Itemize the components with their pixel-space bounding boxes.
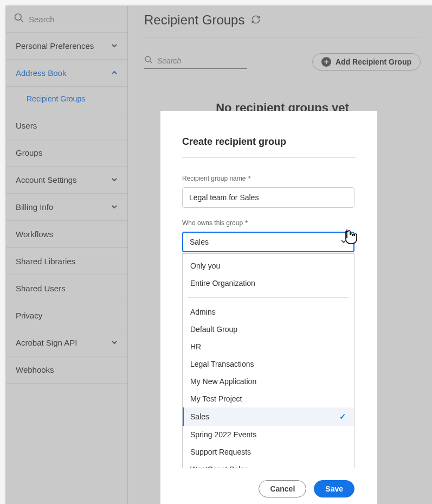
sidebar-item-shared-users[interactable]: Shared Users	[6, 275, 127, 302]
dropdown-option-spring-2022-events[interactable]: Spring 2022 Events	[183, 426, 354, 443]
sidebar-search[interactable]: Search	[6, 6, 127, 33]
required-asterisk: *	[245, 219, 248, 227]
chevron-down-icon	[111, 338, 118, 347]
sidebar-item-webhooks[interactable]: Webhooks	[6, 356, 127, 384]
sidebar-item-workflows[interactable]: Workflows	[6, 221, 127, 248]
owner-field-label: Who owns this group*	[182, 219, 356, 227]
required-asterisk: *	[248, 174, 250, 183]
page-title: Recipient Groups	[144, 12, 244, 28]
save-button[interactable]: Save	[314, 480, 354, 497]
sidebar-item-personal-preferences[interactable]: Personal Preferences	[6, 33, 127, 60]
sidebar-item-users[interactable]: Users	[6, 112, 127, 139]
sidebar-item-account-settings[interactable]: Account Settings	[6, 167, 127, 194]
chevron-up-icon	[111, 68, 118, 78]
modal-title: Create recipient group	[182, 136, 356, 158]
page-header: Recipient Groups	[144, 6, 421, 38]
svg-line-1	[21, 20, 23, 22]
owner-dropdown: Only you Entire Organization AdminsDefau…	[182, 253, 354, 468]
search-icon	[14, 12, 24, 25]
dropdown-separator	[188, 297, 349, 298]
dropdown-option-sales[interactable]: Sales✓	[183, 407, 354, 426]
cancel-button[interactable]: Cancel	[259, 480, 306, 497]
recipient-group-name-input[interactable]	[182, 187, 354, 208]
dropdown-option-default-group[interactable]: Default Group	[183, 321, 354, 338]
name-field-label: Recipient group name*	[182, 174, 356, 183]
dropdown-option-entire-organization[interactable]: Entire Organization	[183, 275, 354, 292]
search-icon	[144, 55, 153, 66]
chevron-down-icon	[111, 175, 118, 184]
chevron-down-icon	[340, 238, 347, 246]
owner-select[interactable]: Sales	[182, 232, 354, 252]
sidebar-subitem-recipient-groups[interactable]: Recipient Groups	[6, 87, 127, 112]
add-recipient-group-button[interactable]: + Add Recipient Group	[312, 53, 421, 71]
check-icon: ✓	[339, 412, 346, 422]
toolbar: Search + Add Recipient Group	[144, 38, 421, 75]
dropdown-option-support-requests[interactable]: Support Requests	[183, 443, 354, 461]
owner-select-value: Sales	[190, 238, 209, 246]
app-frame: Search Personal Preferences Address Book…	[5, 5, 432, 504]
sidebar-item-shared-libraries[interactable]: Shared Libraries	[6, 248, 127, 275]
main-search[interactable]: Search	[144, 55, 247, 69]
chevron-down-icon	[111, 41, 118, 50]
modal-actions: Cancel Save	[182, 480, 356, 497]
dropdown-option-only-you[interactable]: Only you	[183, 257, 354, 275]
sidebar-item-privacy[interactable]: Privacy	[6, 302, 127, 329]
dropdown-option-my-test-project[interactable]: My Test Project	[183, 390, 354, 407]
svg-line-3	[150, 61, 152, 63]
sidebar-item-groups[interactable]: Groups	[6, 139, 127, 167]
refresh-icon[interactable]	[251, 12, 261, 28]
sidebar: Search Personal Preferences Address Book…	[6, 6, 128, 504]
search-placeholder: Search	[29, 15, 55, 24]
svg-point-0	[15, 14, 22, 21]
svg-point-2	[145, 56, 150, 61]
sidebar-item-address-book[interactable]: Address Book	[6, 60, 127, 87]
dropdown-option-hr[interactable]: HR	[183, 338, 354, 355]
plus-icon: +	[321, 57, 331, 67]
chevron-down-icon	[111, 202, 118, 212]
create-recipient-group-modal: Create recipient group Recipient group n…	[160, 111, 377, 504]
sidebar-item-billing-info[interactable]: Billing Info	[6, 194, 127, 221]
dropdown-option-westcoast-sales[interactable]: WestCoast Sales	[183, 461, 354, 468]
dropdown-option-legal-transactions[interactable]: Legal Transactions	[183, 355, 354, 373]
dropdown-option-admins[interactable]: Admins	[183, 303, 354, 321]
sidebar-item-acrobat-sign-api[interactable]: Acrobat Sign API	[6, 329, 127, 356]
dropdown-option-my-new-application[interactable]: My New Application	[183, 373, 354, 390]
search-placeholder: Search	[157, 56, 181, 65]
